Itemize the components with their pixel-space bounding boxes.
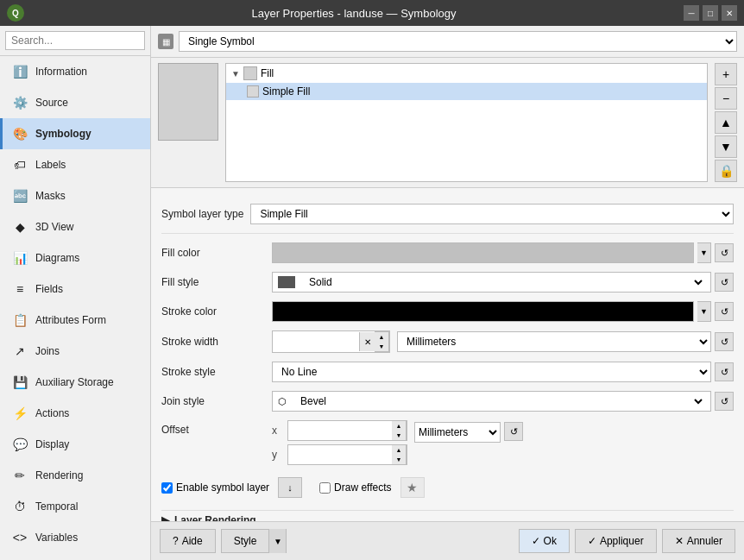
stroke-width-up-button[interactable]: ▲	[375, 332, 388, 342]
annuler-button[interactable]: ✕ Annuler	[662, 529, 735, 553]
appliquer-button[interactable]: ✓ Appliquer	[575, 529, 657, 553]
stroke-color-button[interactable]	[272, 301, 694, 322]
stroke-color-arrow[interactable]: ▼	[697, 301, 711, 322]
sidebar-item-3dview[interactable]: ◆ 3D View	[0, 211, 150, 242]
stroke-width-label: Stroke width	[161, 336, 265, 348]
single-symbol-icon: ▦	[158, 34, 173, 49]
fill-style-control: Solid ↺	[272, 272, 734, 293]
fill-color-control: ▼ ↺	[272, 242, 734, 263]
diagrams-icon: 📊	[11, 249, 28, 267]
offset-y-field[interactable]: 0,000000	[288, 446, 392, 463]
fill-style-row: Fill style Solid ↺	[161, 272, 734, 293]
stroke-width-clear-button[interactable]: ✕	[359, 332, 375, 351]
sidebar-label-fields: Fields	[35, 283, 63, 295]
enable-draw-row: Enable symbol layer ↓ Draw effects ★	[161, 474, 734, 501]
form-area: Symbol layer type Simple Fill Fill color…	[151, 188, 744, 521]
symbol-layer-type-select[interactable]: Simple Fill	[250, 204, 734, 224]
stroke-width-control: 0,260000 ✕ ▲ ▼ Millimeters ↺	[272, 330, 734, 353]
draw-effects-options-button[interactable]: ★	[400, 477, 425, 498]
sidebar-item-fields[interactable]: ≡ Fields	[0, 274, 150, 305]
sidebar-item-rendering[interactable]: ✏ Rendering	[0, 460, 150, 491]
symbology-mode-select[interactable]: Single Symbol	[179, 31, 737, 52]
sidebar-item-diagrams[interactable]: 📊 Diagrams	[0, 242, 150, 274]
titlebar-left: Q	[7, 4, 24, 22]
stroke-color-reset-button[interactable]: ↺	[715, 302, 734, 321]
fill-color-label: Fill color	[161, 247, 265, 259]
style-dropdown-button[interactable]: ▼	[268, 529, 286, 553]
rendering-icon: ✏	[11, 467, 28, 484]
aide-button[interactable]: ? Aide	[160, 529, 216, 553]
stroke-style-control: No Line ↺	[272, 362, 734, 382]
fill-color-arrow[interactable]: ▼	[697, 242, 711, 263]
fill-style-icon	[278, 276, 295, 288]
offset-unit-select[interactable]: Millimeters	[414, 422, 501, 443]
sidebar-item-labels[interactable]: 🏷 Labels	[0, 149, 150, 180]
tree-remove-button[interactable]: −	[715, 87, 737, 110]
offset-x-down-button[interactable]: ▼	[392, 431, 406, 440]
sidebar-item-actions[interactable]: ⚡ Actions	[0, 398, 150, 429]
content-area: ▦ Single Symbol ▼ Fill Simple Fill	[151, 26, 744, 560]
tree-up-button[interactable]: ▲	[715, 111, 737, 134]
sidebar-label-joins: Joins	[35, 345, 60, 357]
tree-item-simple-fill[interactable]: Simple Fill	[226, 83, 707, 100]
fill-color-button[interactable]	[272, 242, 694, 263]
fill-style-reset-button[interactable]: ↺	[715, 273, 734, 292]
fill-style-select[interactable]: Solid	[300, 272, 705, 293]
ok-button[interactable]: ✓ Ok	[519, 529, 570, 553]
offset-y-down-button[interactable]: ▼	[392, 455, 406, 464]
draw-effects-label[interactable]: Draw effects	[319, 481, 391, 494]
stroke-style-row: Stroke style No Line ↺	[161, 362, 734, 382]
sidebar-item-display[interactable]: 💬 Display	[0, 429, 150, 460]
enable-symbol-layer-checkbox[interactable]	[161, 482, 173, 494]
tree-down-button[interactable]: ▼	[715, 135, 737, 158]
sidebar-label-temporal: Temporal	[35, 500, 78, 513]
sidebar-label-diagrams: Diagrams	[35, 252, 79, 264]
style-button[interactable]: Style	[222, 529, 269, 553]
tree-lock-button[interactable]: 🔒	[715, 160, 737, 182]
stroke-style-reset-button[interactable]: ↺	[715, 362, 734, 381]
sidebar-item-source[interactable]: ⚙️ Source	[0, 87, 150, 118]
join-style-select[interactable]: Bevel	[292, 391, 705, 412]
symbol-layer-options-button[interactable]: ↓	[278, 477, 302, 498]
offset-x-field[interactable]: 0,000000	[288, 422, 392, 439]
stroke-width-field[interactable]: 0,260000	[273, 332, 359, 351]
stroke-color-control: ▼ ↺	[272, 301, 734, 322]
tree-item-fill[interactable]: ▼ Fill	[226, 64, 707, 83]
stroke-width-unit-select[interactable]: Millimeters	[397, 331, 711, 352]
sidebar-item-variables[interactable]: <> Variables	[0, 522, 150, 553]
join-style-reset-button[interactable]: ↺	[715, 392, 734, 411]
sidebar-item-masks[interactable]: 🔤 Masks	[0, 180, 150, 211]
fill-color-reset-button[interactable]: ↺	[715, 243, 734, 262]
symbol-layer-type-row: Symbol layer type Simple Fill	[161, 197, 734, 234]
sidebar-label-variables: Variables	[35, 532, 78, 544]
sidebar-item-temporal[interactable]: ⏱ Temporal	[0, 491, 150, 522]
sidebar-item-auxiliary-storage[interactable]: 💾 Auxiliary Storage	[0, 367, 150, 398]
draw-effects-checkbox[interactable]	[319, 482, 331, 494]
stroke-style-select[interactable]: No Line	[272, 362, 711, 382]
layer-rendering-section-header[interactable]: ▶ Layer Rendering	[161, 510, 734, 521]
temporal-icon: ⏱	[11, 498, 28, 515]
close-button[interactable]: ✕	[722, 5, 737, 21]
offset-unit-group: Millimeters ↺	[414, 420, 523, 443]
search-input[interactable]	[5, 31, 145, 50]
join-style-label: Join style	[161, 395, 265, 407]
offset-reset-button[interactable]: ↺	[504, 422, 523, 441]
window-title: Layer Properties - landuse — Symbology	[24, 7, 684, 20]
offset-y-up-button[interactable]: ▲	[392, 445, 406, 455]
enable-symbol-layer-label[interactable]: Enable symbol layer	[161, 481, 269, 494]
stroke-width-reset-button[interactable]: ↺	[715, 332, 734, 351]
offset-x-up-button[interactable]: ▲	[392, 421, 406, 431]
symbol-layer-type-label: Symbol layer type	[161, 208, 243, 220]
masks-icon: 🔤	[11, 187, 28, 204]
main-layout: ℹ️ Information ⚙️ Source 🎨 Symbology 🏷 L…	[0, 26, 744, 560]
minimize-button[interactable]: ─	[684, 5, 699, 21]
stroke-width-input-group: 0,260000 ✕ ▲ ▼	[272, 330, 390, 353]
sidebar-item-joins[interactable]: ↗ Joins	[0, 336, 150, 367]
sidebar-item-attributes-form[interactable]: 📋 Attributes Form	[0, 305, 150, 336]
sidebar-item-symbology[interactable]: 🎨 Symbology	[0, 118, 150, 149]
sidebar-item-information[interactable]: ℹ️ Information	[0, 56, 150, 87]
tree-add-button[interactable]: +	[715, 63, 737, 85]
tree-buttons: + − ▲ ▼ 🔒	[715, 63, 737, 182]
maximize-button[interactable]: □	[703, 5, 718, 21]
stroke-width-down-button[interactable]: ▼	[375, 342, 388, 351]
